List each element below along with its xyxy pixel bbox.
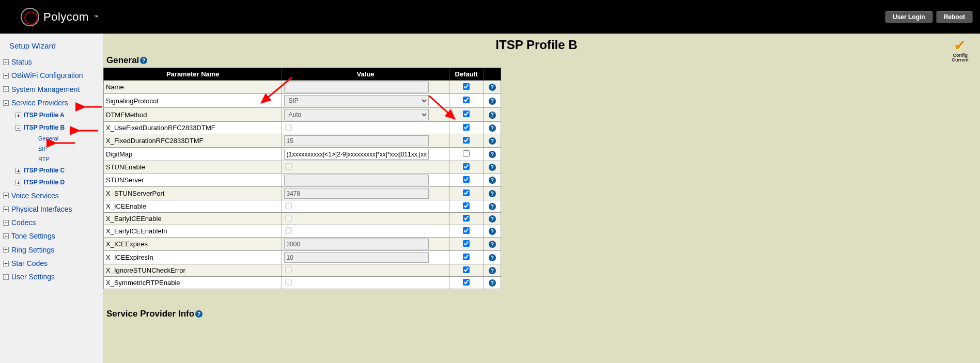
help-icon[interactable]: ?	[489, 112, 496, 119]
help-cell: ?	[484, 134, 501, 148]
help-icon[interactable]: ?	[489, 203, 496, 210]
param-value-cell	[282, 200, 449, 213]
help-icon[interactable]: ?	[489, 267, 496, 274]
default-checkbox[interactable]	[463, 176, 470, 183]
plus-icon[interactable]: +	[15, 168, 21, 173]
help-icon[interactable]: ?	[140, 57, 147, 64]
minus-icon[interactable]: -	[3, 100, 9, 106]
value-checkbox[interactable]	[285, 215, 292, 222]
help-icon[interactable]: ?	[489, 241, 496, 248]
help-icon[interactable]: ?	[489, 228, 496, 235]
help-cell: ?	[484, 238, 501, 251]
help-cell: ?	[484, 225, 501, 238]
help-icon[interactable]: ?	[489, 177, 496, 184]
config-status-badge[interactable]: ✔ Config Current	[952, 38, 969, 63]
default-checkbox[interactable]	[463, 150, 470, 157]
help-icon[interactable]: ?	[489, 137, 496, 145]
minus-icon[interactable]: -	[15, 125, 21, 131]
default-checkbox[interactable]	[463, 254, 470, 260]
value-input[interactable]	[284, 175, 429, 185]
value-select[interactable]: Auto	[284, 109, 429, 120]
help-cell: ?	[484, 277, 501, 289]
value-checkbox[interactable]	[285, 279, 292, 286]
default-checkbox[interactable]	[463, 190, 470, 196]
plus-icon[interactable]: +	[3, 193, 9, 198]
plus-icon[interactable]: +	[15, 113, 21, 118]
default-checkbox[interactable]	[463, 227, 470, 234]
default-checkbox[interactable]	[463, 163, 470, 170]
value-select[interactable]: SIP	[284, 95, 429, 106]
default-checkbox[interactable]	[463, 266, 470, 273]
value-checkbox[interactable]	[285, 163, 292, 170]
default-checkbox[interactable]	[463, 215, 470, 222]
help-icon[interactable]: ?	[489, 215, 496, 223]
default-checkbox[interactable]	[463, 202, 470, 209]
param-value-cell	[282, 225, 449, 238]
value-checkbox[interactable]	[285, 202, 292, 209]
param-value-cell	[282, 81, 449, 94]
sidebar-item-tone-settings[interactable]: + Tone Settings	[0, 229, 103, 243]
help-icon[interactable]: ?	[489, 190, 496, 197]
sidebar-item-itsp-d[interactable]: + ITSP Profile D	[12, 177, 103, 188]
help-icon[interactable]: ?	[489, 124, 496, 132]
sidebar-item-service-providers[interactable]: - Service Providers	[0, 96, 103, 109]
value-checkbox[interactable]	[285, 124, 292, 131]
value-input[interactable]	[284, 135, 429, 146]
table-row: X_SymmetricRTPEnable?	[104, 277, 501, 289]
sidebar-item-status[interactable]: + Status	[0, 55, 103, 69]
default-checkbox[interactable]	[463, 137, 470, 144]
plus-icon[interactable]: +	[3, 86, 9, 92]
default-cell	[449, 94, 484, 108]
value-checkbox[interactable]	[285, 266, 292, 273]
help-icon[interactable]: ?	[489, 151, 496, 158]
sidebar-item-voice-services[interactable]: + Voice Services	[0, 189, 103, 202]
value-input[interactable]	[284, 188, 429, 199]
help-icon[interactable]: ?	[489, 98, 496, 105]
sidebar-item-itsp-b[interactable]: - ITSP Profile B	[12, 122, 103, 134]
sidebar-item-physical-interfaces[interactable]: + Physical Interfaces	[0, 202, 103, 216]
plus-icon[interactable]: +	[3, 59, 9, 65]
sidebar-item-star-codes[interactable]: + Star Codes	[0, 257, 103, 270]
help-icon[interactable]: ?	[489, 84, 496, 91]
value-checkbox[interactable]	[285, 227, 292, 234]
default-checkbox[interactable]	[463, 279, 470, 286]
value-input[interactable]	[284, 149, 429, 160]
user-login-button[interactable]: User Login	[885, 11, 933, 23]
plus-icon[interactable]: +	[15, 180, 21, 185]
sidebar-item-user-settings[interactable]: + User Settings	[0, 270, 103, 283]
help-icon[interactable]: ?	[489, 254, 496, 261]
reboot-button[interactable]: Reboot	[936, 11, 973, 23]
help-icon[interactable]: ?	[489, 279, 496, 287]
default-cell	[449, 161, 484, 173]
plus-icon[interactable]: +	[3, 220, 9, 226]
table-row: X_EarlyICEEnableIn?	[104, 225, 501, 238]
help-icon[interactable]: ?	[195, 310, 203, 318]
plus-icon[interactable]: +	[3, 207, 9, 212]
sidebar-item-obiwifi[interactable]: + OBiWiFi Configuration	[0, 69, 103, 82]
help-icon[interactable]: ?	[489, 164, 496, 171]
sidebar-item-ring-settings[interactable]: + Ring Settings	[0, 243, 103, 257]
default-checkbox[interactable]	[463, 124, 470, 131]
default-checkbox[interactable]	[463, 240, 470, 247]
sidebar-item-codecs[interactable]: + Codecs	[0, 216, 103, 229]
sidebar-item-itsp-a[interactable]: + ITSP Profile A	[12, 109, 103, 121]
sidebar-item-system-management[interactable]: + System Management	[0, 83, 103, 96]
plus-icon[interactable]: +	[3, 261, 9, 266]
default-checkbox[interactable]	[463, 111, 470, 117]
plus-icon[interactable]: +	[3, 274, 9, 280]
help-cell: ?	[484, 81, 501, 94]
sidebar-item-sip[interactable]: SIP	[35, 144, 103, 154]
value-input[interactable]	[284, 252, 429, 263]
default-checkbox[interactable]	[463, 97, 470, 103]
sidebar-item-rtp[interactable]: RTP	[35, 154, 103, 165]
sidebar-item-itsp-c[interactable]: + ITSP Profile C	[12, 165, 103, 177]
value-input[interactable]	[284, 82, 429, 92]
sidebar-item-general[interactable]: General	[35, 134, 103, 144]
plus-icon[interactable]: +	[3, 247, 9, 252]
plus-icon[interactable]: +	[3, 73, 9, 78]
value-input[interactable]	[284, 239, 429, 249]
plus-icon[interactable]: +	[3, 233, 9, 239]
sidebar-setup-wizard[interactable]: Setup Wizard	[0, 38, 103, 55]
param-name-cell: X_STUNServerPort	[104, 187, 282, 200]
default-checkbox[interactable]	[463, 83, 470, 90]
